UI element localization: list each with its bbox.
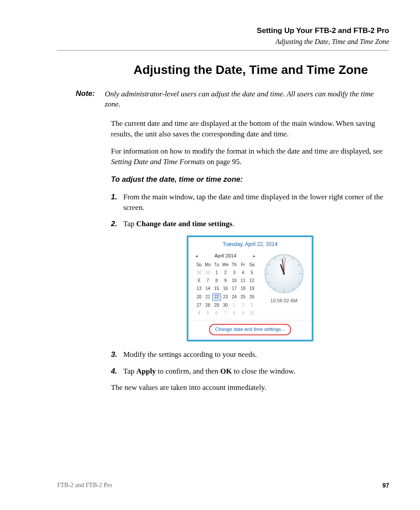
step-text: Modify the settings according to your ne… <box>123 349 389 360</box>
datetime-popup: Tuesday, April 22, 2014 ◂ April 2014 ▸ S… <box>187 235 313 341</box>
calendar-day[interactable]: 9 <box>239 309 247 317</box>
calendar-day[interactable]: 8 <box>212 277 221 285</box>
calendar-day[interactable]: 8 <box>230 309 239 317</box>
note-label: Note: <box>76 89 105 110</box>
calendar-day[interactable]: 28 <box>203 301 212 309</box>
ui-label-apply: Apply <box>136 367 156 375</box>
calendar-day[interactable]: 30 <box>221 301 230 309</box>
page-title: Adjusting the Date, Time and Time Zone <box>112 63 389 77</box>
product-name: FTB-2 and FTB-2 Pro <box>57 482 112 489</box>
calendar-dow: We <box>221 261 230 269</box>
month-label: April 2014 <box>214 253 236 259</box>
calendar-day[interactable]: 18 <box>239 285 247 293</box>
page-footer: FTB-2 and FTB-2 Pro 97 <box>57 482 389 489</box>
popup-full-date: Tuesday, April 22, 2014 <box>188 237 312 252</box>
calendar-day[interactable]: 22 <box>212 293 221 301</box>
calendar-dow: Fr <box>239 261 247 269</box>
calendar-day[interactable]: 3 <box>247 301 256 309</box>
step-number: 2. <box>111 219 123 229</box>
calendar-day[interactable]: 7 <box>221 309 230 317</box>
body-column: The current date and time are displayed … <box>111 118 389 393</box>
calendar-day[interactable]: 7 <box>203 277 212 285</box>
ui-label-change-settings: Change date and time settings <box>136 220 232 228</box>
digital-time-label: 10:56:02 AM <box>270 297 298 304</box>
calendar-day[interactable]: 11 <box>239 277 247 285</box>
section-title: Adjusting the Date, Time and Time Zone <box>57 38 389 46</box>
calendar-dow: Mo <box>203 261 212 269</box>
calendar-day[interactable]: 27 <box>195 301 203 309</box>
step-number: 1. <box>111 192 123 213</box>
calendar: ◂ April 2014 ▸ SuMoTuWeThFrSa 3031123456… <box>195 253 256 317</box>
calendar-day[interactable]: 6 <box>212 309 221 317</box>
calendar-day[interactable]: 10 <box>247 309 256 317</box>
calendar-day[interactable]: 1 <box>230 301 239 309</box>
calendar-day[interactable]: 9 <box>221 277 230 285</box>
calendar-dow: Su <box>195 261 203 269</box>
popup-footer: Change date and time settings... <box>188 320 312 339</box>
calendar-day[interactable]: 14 <box>203 285 212 293</box>
calendar-day[interactable]: 20 <box>195 293 203 301</box>
note-text: Only administrator-level users can adjus… <box>105 89 389 110</box>
calendar-day[interactable]: 17 <box>230 285 239 293</box>
calendar-day[interactable]: 21 <box>203 293 212 301</box>
calendar-day[interactable]: 2 <box>239 301 247 309</box>
calendar-day[interactable]: 5 <box>203 309 212 317</box>
calendar-day[interactable]: 24 <box>230 293 239 301</box>
chapter-title: Setting Up Your FTB-2 and FTB-2 Pro <box>57 26 389 35</box>
step-text: Tap Apply to confirm, and then OK to clo… <box>123 366 389 377</box>
calendar-day[interactable]: 3 <box>230 269 239 277</box>
procedure-heading: To adjust the date, time or time zone: <box>111 174 389 185</box>
step-number: 4. <box>111 366 123 377</box>
note-block: Note: Only administrator-level users can… <box>76 89 389 110</box>
step-4: 4. Tap Apply to confirm, and then OK to … <box>111 366 389 377</box>
procedure-steps-cont: 3. Modify the settings according to your… <box>111 349 389 377</box>
popup-body: ◂ April 2014 ▸ SuMoTuWeThFrSa 3031123456… <box>188 252 312 320</box>
step-3: 3. Modify the settings according to your… <box>111 349 389 360</box>
calendar-dow: Sa <box>247 261 256 269</box>
calendar-day[interactable]: 1 <box>212 269 221 277</box>
calendar-day[interactable]: 6 <box>195 277 203 285</box>
manual-page: Setting Up Your FTB-2 and FTB-2 Pro Adju… <box>0 0 420 510</box>
step-number: 3. <box>111 349 123 360</box>
calendar-grid: SuMoTuWeThFrSa 3031123456789101112131415… <box>195 261 256 317</box>
calendar-header: ◂ April 2014 ▸ <box>195 253 256 259</box>
calendar-day[interactable]: 13 <box>195 285 203 293</box>
ui-label-ok: OK <box>220 367 232 375</box>
xref-date-formats: Setting Date and Time Formats <box>111 158 205 166</box>
calendar-day[interactable]: 16 <box>221 285 230 293</box>
calendar-day[interactable]: 15 <box>212 285 221 293</box>
clock-column: 10:56:02 AM <box>261 253 307 317</box>
calendar-dow: Th <box>230 261 239 269</box>
calendar-day[interactable]: 29 <box>212 301 221 309</box>
procedure-steps: 1. From the main window, tap the date an… <box>111 192 389 229</box>
calendar-day[interactable]: 31 <box>203 269 212 277</box>
page-number: 97 <box>382 482 389 489</box>
calendar-day[interactable]: 26 <box>247 293 256 301</box>
calendar-day[interactable]: 25 <box>239 293 247 301</box>
calendar-day[interactable]: 4 <box>239 269 247 277</box>
change-date-time-link[interactable]: Change date and time settings... <box>209 324 291 335</box>
intro-para-2b: on page 95. <box>205 158 241 166</box>
prev-month-button[interactable]: ◂ <box>195 253 198 259</box>
next-month-button[interactable]: ▸ <box>253 253 255 259</box>
step-2: 2. Tap Change date and time settings. <box>111 219 389 229</box>
intro-para-2a: For information on how to modify the for… <box>111 147 383 155</box>
intro-para-1: The current date and time are displayed … <box>111 118 389 139</box>
header-rule <box>57 50 389 51</box>
calendar-day[interactable]: 30 <box>195 269 203 277</box>
calendar-day[interactable]: 4 <box>195 309 203 317</box>
running-head: Setting Up Your FTB-2 and FTB-2 Pro Adju… <box>57 26 389 46</box>
intro-para-2: For information on how to modify the for… <box>111 146 389 167</box>
calendar-day[interactable]: 23 <box>221 293 230 301</box>
svg-point-16 <box>283 273 285 275</box>
calendar-day[interactable]: 12 <box>247 277 256 285</box>
step-text: From the main window, tap the date and t… <box>123 192 389 213</box>
calendar-day[interactable]: 2 <box>221 269 230 277</box>
calendar-dow: Tu <box>212 261 221 269</box>
calendar-day[interactable]: 10 <box>230 277 239 285</box>
calendar-day[interactable]: 19 <box>247 285 256 293</box>
analog-clock-icon <box>264 253 304 294</box>
step-text: Tap Change date and time settings. <box>123 219 389 229</box>
calendar-day[interactable]: 5 <box>247 269 256 277</box>
step-1: 1. From the main window, tap the date an… <box>111 192 389 213</box>
